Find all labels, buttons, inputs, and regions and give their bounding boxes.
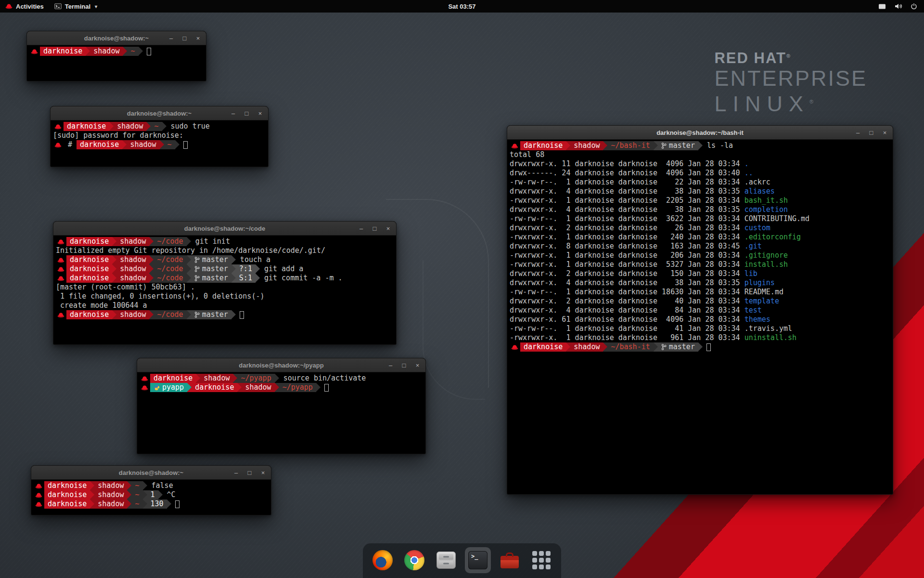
segment-arrow <box>698 342 703 352</box>
segment-arrow <box>187 310 191 319</box>
close-button[interactable]: × <box>194 35 202 42</box>
app-menu-button[interactable]: Terminal ▾ <box>49 0 103 13</box>
prompt-segment-host: shadow <box>127 140 159 149</box>
terminal-text: -rw-rw-r--. 1 darknoise darknoise 22 Jan… <box>510 178 744 187</box>
terminal-window-exit-codes[interactable]: darknoise@shadow:~–□×darknoiseshadow~ fa… <box>31 465 271 515</box>
prompt-segment-user: darknoise <box>520 141 566 150</box>
filename-dir: aliases <box>744 187 775 196</box>
redhat-prompt-icon <box>34 492 44 498</box>
maximize-button[interactable]: □ <box>868 129 875 136</box>
terminal-window-home-1[interactable]: darknoise@shadow:~–□×darknoiseshadow~ <box>26 31 206 81</box>
terminal-text: -rwxrwxr-x. 1 darknoise darknoise 240 Ja… <box>510 233 744 242</box>
window-titlebar[interactable]: darknoise@shadow:~/code–□× <box>53 222 396 236</box>
terminal-text: Initialized empty Git repository in /hom… <box>56 246 325 255</box>
dock-item-files[interactable] <box>433 547 459 573</box>
maximize-button[interactable]: □ <box>181 35 188 42</box>
window-titlebar[interactable]: darknoise@shadow:~/bash-it–□× <box>507 126 893 140</box>
segment-arrow <box>149 274 154 283</box>
terminal-window-sudo[interactable]: darknoise@shadow:~–□×darknoiseshadow~ su… <box>50 106 269 167</box>
terminal-line: -rwxrwxr-x. 1 darknoise darknoise 206 Ja… <box>510 251 890 260</box>
segment-arrow <box>127 499 131 509</box>
terminal-text: # <box>64 140 77 149</box>
terminal-cursor <box>240 311 244 319</box>
prompt-segment-path: ~/pyapp <box>279 383 316 392</box>
terminal-content[interactable]: darknoiseshadow~/pyapp source bin/activa… <box>137 372 425 454</box>
close-button[interactable]: × <box>414 362 421 369</box>
prompt-segment-host: shadow <box>200 374 233 383</box>
dock-item-app-grid[interactable] <box>528 547 554 573</box>
close-button[interactable]: × <box>881 129 888 136</box>
minimize-button[interactable]: – <box>232 469 240 476</box>
redhat-prompt-icon <box>34 483 44 489</box>
prompt-segment-user: darknoise <box>44 499 90 509</box>
terminal-window-bash-it[interactable]: darknoise@shadow:~/bash-it–□×darknoisesh… <box>507 125 893 495</box>
terminal-window-code[interactable]: darknoise@shadow:~/code–□×darknoiseshado… <box>53 221 397 345</box>
terminal-text: drwxrwxr-x. 4 darknoise darknoise 38 Jan… <box>510 187 744 196</box>
window-controls: –□× <box>358 222 392 235</box>
segment-arrow <box>162 122 167 131</box>
minimize-button[interactable]: – <box>854 129 861 136</box>
minimize-button[interactable]: – <box>167 35 175 42</box>
terminal-text: drwxrwxr-x. 4 darknoise darknoise 84 Jan… <box>510 306 744 315</box>
window-titlebar[interactable]: darknoise@shadow:~–□× <box>51 106 268 120</box>
power-icon[interactable] <box>911 3 917 10</box>
top-bar: Activities Terminal ▾ Sat 03:57 <box>0 0 924 13</box>
activities-button[interactable]: Activities <box>0 0 49 13</box>
chrome-icon <box>404 550 424 570</box>
maximize-button[interactable]: □ <box>371 225 378 232</box>
filename-dir: completion <box>744 205 788 214</box>
filename-exec: install.sh <box>744 260 788 269</box>
minimize-button[interactable]: – <box>230 110 237 117</box>
dock-item-firefox[interactable] <box>370 547 396 573</box>
branch-icon <box>194 266 200 272</box>
terminal-text: drwxrwxr-x. 11 darknoise darknoise 4096 … <box>510 159 744 169</box>
terminal-content[interactable]: darknoiseshadow~ sudo true[sudo] passwor… <box>51 120 268 167</box>
segment-arrow <box>566 342 570 352</box>
filename-dir: custom <box>744 223 770 233</box>
window-title: darknoise@shadow:~ <box>84 35 149 42</box>
terminal-cursor <box>183 141 188 149</box>
dock-item-chrome[interactable] <box>401 547 427 573</box>
terminal-line: darknoiseshadow~/bash-itmaster <box>510 342 890 352</box>
close-button[interactable]: × <box>385 225 392 232</box>
segment-arrow <box>175 140 180 149</box>
terminal-line: darknoiseshadow~1 ^C <box>34 490 269 499</box>
clock[interactable]: Sat 03:57 <box>448 3 475 10</box>
close-button[interactable]: × <box>259 469 267 476</box>
maximize-button[interactable]: □ <box>246 469 253 476</box>
terminal-line: -rw-rw-r--. 1 darknoise darknoise 41 Jan… <box>510 324 890 333</box>
prompt-segment-user: darknoise <box>192 383 237 392</box>
redhat-prompt-icon <box>140 376 150 381</box>
terminal-text: drwxrwxr-x. 2 darknoise darknoise 150 Ja… <box>510 269 744 278</box>
terminal-content[interactable]: darknoiseshadow~/code git initInitialize… <box>53 236 396 344</box>
segment-arrow <box>566 141 570 150</box>
notification-icon[interactable] <box>878 3 886 10</box>
desktop: RED HAT® ENTERPRISE LINUX® darknoise@sha… <box>0 0 924 578</box>
prompt-segment-path: ~ <box>131 490 142 499</box>
minimize-button[interactable]: – <box>387 362 394 369</box>
minimize-button[interactable]: – <box>358 225 365 232</box>
dock-item-terminal[interactable]: >_ <box>465 547 491 573</box>
window-titlebar[interactable]: darknoise@shadow:~/pyapp–□× <box>137 358 425 372</box>
chevron-down-icon: ▾ <box>95 4 97 9</box>
maximize-button[interactable]: □ <box>243 110 250 117</box>
terminal-line: darknoiseshadow~/bash-itmaster ls -la <box>510 141 890 150</box>
terminal-cursor <box>706 343 711 351</box>
prompt-segment-path: ~ <box>164 140 175 149</box>
terminal-content[interactable]: darknoiseshadow~ <box>27 45 206 81</box>
segment-arrow <box>112 274 116 283</box>
segment-arrow <box>187 264 191 274</box>
terminal-line: drwxrwxr-x. 2 darknoise darknoise 150 Ja… <box>510 269 890 278</box>
volume-icon[interactable] <box>894 3 902 10</box>
terminal-content[interactable]: darknoiseshadow~ falsedarknoiseshadow~1 … <box>31 480 271 515</box>
terminal-content[interactable]: darknoiseshadow~/bash-itmaster ls -latot… <box>507 140 893 494</box>
segment-arrow <box>112 310 116 319</box>
segment-arrow <box>196 374 200 383</box>
window-titlebar[interactable]: darknoise@shadow:~–□× <box>27 31 206 45</box>
prompt-segment-git: master <box>658 141 698 150</box>
terminal-window-pyapp[interactable]: darknoise@shadow:~/pyapp–□×darknoiseshad… <box>137 358 426 454</box>
close-button[interactable]: × <box>257 110 264 117</box>
dock-item-toolbox[interactable] <box>497 547 523 573</box>
window-titlebar[interactable]: darknoise@shadow:~–□× <box>31 466 271 480</box>
maximize-button[interactable]: □ <box>400 362 408 369</box>
